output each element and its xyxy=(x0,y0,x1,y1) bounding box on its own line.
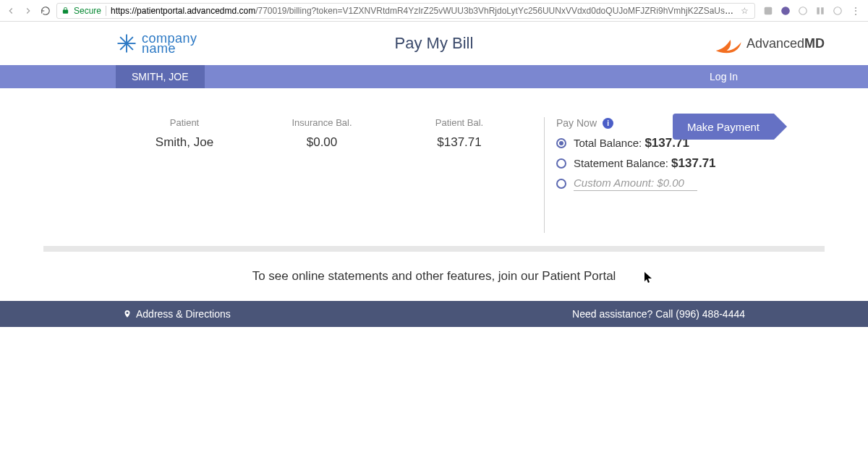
insurance-label: Insurance Bal. xyxy=(253,117,391,128)
pay-now-title: Pay Now xyxy=(556,117,597,129)
make-payment-button[interactable]: Make Payment xyxy=(673,114,774,140)
make-payment-wrap: Make Payment xyxy=(673,114,774,140)
separator xyxy=(106,6,106,16)
section-divider xyxy=(43,246,825,252)
patient-bal-label: Patient Bal. xyxy=(391,117,528,128)
extension-icons: ⋮ xyxy=(760,5,864,17)
svg-rect-0 xyxy=(765,7,773,14)
ext-icon-4[interactable] xyxy=(814,5,826,17)
address-text: Address & Directions xyxy=(136,308,231,320)
navbar: SMITH, JOE Log In xyxy=(0,65,868,88)
chrome-menu-icon[interactable]: ⋮ xyxy=(849,5,861,17)
footer: Address & Directions Need assistance? Ca… xyxy=(0,301,868,327)
patient-col: Patient Smith, Joe xyxy=(116,117,253,150)
radio-icon[interactable] xyxy=(556,138,566,148)
bird-icon xyxy=(715,33,744,54)
balances-row: Patient Smith, Joe Insurance Bal. $0.00 … xyxy=(116,117,825,233)
option-text: Statement Balance: $137.71 xyxy=(574,156,716,171)
lock-icon xyxy=(61,7,69,14)
browser-toolbar: Secure https://patientportal.advancedmd.… xyxy=(0,0,868,22)
patient-value: Smith, Joe xyxy=(116,135,253,150)
advancedmd-logo[interactable]: AdvancedMD xyxy=(715,33,825,54)
pin-icon xyxy=(123,309,132,319)
custom-amount-input[interactable]: Custom Amount: $0.00 xyxy=(574,177,697,191)
insurance-col: Insurance Bal. $0.00 xyxy=(253,117,391,150)
address-bar[interactable]: Secure https://patientportal.advancedmd.… xyxy=(56,3,755,19)
info-icon[interactable]: i xyxy=(603,118,613,129)
option-text: Total Balance: $137.71 xyxy=(574,136,689,150)
address-directions-link[interactable]: Address & Directions xyxy=(123,308,231,320)
svg-point-1 xyxy=(781,7,790,15)
patient-bal-value: $137.71 xyxy=(391,135,528,150)
ext-icon-3[interactable] xyxy=(797,5,809,17)
patient-name-tab[interactable]: SMITH, JOE xyxy=(116,65,205,88)
content: Patient Smith, Joe Insurance Bal. $0.00 … xyxy=(0,88,868,327)
page: company name Pay My Bill AdvancedMD SMIT… xyxy=(0,22,868,327)
cta-message: To see online statements and other featu… xyxy=(43,269,825,284)
forward-button[interactable] xyxy=(22,4,35,17)
patient-label: Patient xyxy=(116,117,253,128)
radio-icon[interactable] xyxy=(556,158,566,169)
reload-button[interactable] xyxy=(39,4,52,17)
svg-point-3 xyxy=(834,7,842,14)
secure-label: Secure xyxy=(74,6,101,16)
ext-icon-2[interactable] xyxy=(780,5,791,17)
assistance-text: Need assistance? Call (996) 488-4444 xyxy=(572,308,745,320)
bookmark-star-icon[interactable]: ☆ xyxy=(739,6,750,16)
company-name: company name xyxy=(142,33,197,54)
login-link[interactable]: Log In xyxy=(710,71,738,82)
patient-balance-col: Patient Bal. $137.71 xyxy=(391,117,528,150)
url-text: https://patientportal.advancedmd.com/770… xyxy=(111,6,734,16)
advancedmd-text: AdvancedMD xyxy=(746,36,825,51)
back-button[interactable] xyxy=(4,4,17,17)
vertical-divider xyxy=(544,117,545,233)
svg-point-2 xyxy=(799,7,807,14)
page-title: Pay My Bill xyxy=(395,34,474,53)
option-statement-balance[interactable]: Statement Balance: $137.71 xyxy=(556,156,716,171)
company-logo[interactable]: company name xyxy=(116,33,197,54)
radio-icon[interactable] xyxy=(556,179,566,189)
ext-icon-1[interactable] xyxy=(762,5,774,17)
ext-icon-5[interactable] xyxy=(832,5,843,17)
option-custom-amount[interactable]: Custom Amount: $0.00 xyxy=(556,177,716,191)
snowflake-icon xyxy=(116,33,137,54)
brand-row: company name Pay My Bill AdvancedMD xyxy=(0,22,868,65)
insurance-value: $0.00 xyxy=(253,135,391,150)
